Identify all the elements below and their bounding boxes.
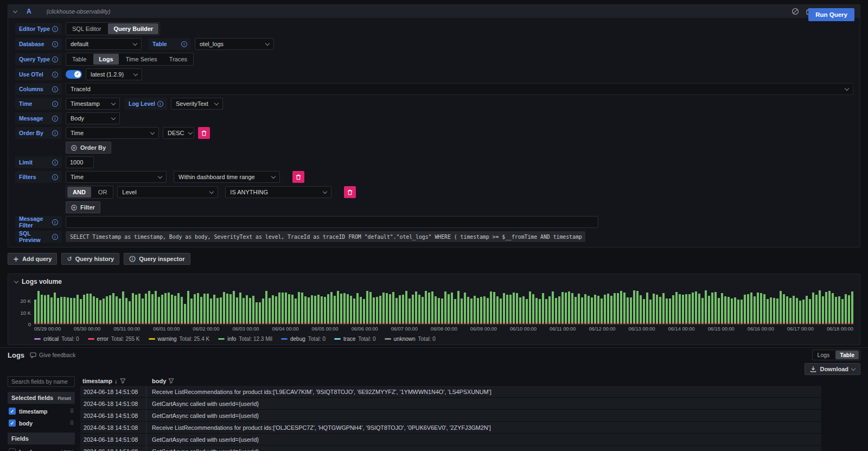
x-tick: 06/17 00:00	[787, 326, 814, 333]
checkbox-checked[interactable]: ✓	[9, 420, 16, 427]
volume-bar	[464, 293, 466, 324]
info-icon[interactable]: i	[52, 41, 58, 47]
legend-item-trace[interactable]: traceTotal: 0	[334, 336, 375, 342]
filter-and-option[interactable]: AND	[67, 187, 91, 198]
drag-handle[interactable]: ⠿	[70, 408, 74, 414]
info-icon[interactable]: i	[52, 130, 58, 136]
query-header[interactable]: A (clickhouse-observability) ⠿	[8, 5, 860, 18]
sql-preview-text: SELECT Timestamp as timestamp, Body as b…	[66, 231, 585, 242]
table-row[interactable]: 2024-06-18 14:51:08Receive ListRecommend…	[80, 422, 821, 434]
add-filter-button[interactable]: Filter	[66, 201, 100, 213]
database-select[interactable]: default	[66, 38, 142, 50]
timestamp-column-header[interactable]: timestamp ↓	[80, 378, 146, 384]
view-logs-option[interactable]: Logs	[813, 350, 835, 360]
filter2-operator-select[interactable]: IS ANYTHING	[225, 186, 331, 198]
limit-input[interactable]	[66, 156, 94, 168]
legend-item-error[interactable]: errorTotal: 255 K	[88, 336, 140, 342]
info-icon[interactable]: i	[52, 174, 58, 180]
filter2-field-select[interactable]: Level	[117, 186, 218, 198]
info-icon[interactable]: i	[52, 116, 58, 122]
legend-item-unknown[interactable]: unknownTotal: 0	[385, 336, 436, 342]
reset-fields-button[interactable]: Reset	[58, 395, 71, 401]
collapse-panel-icon[interactable]	[14, 278, 18, 283]
query-type-logs[interactable]: Logs	[93, 54, 118, 65]
x-tick: 05/30 00:00	[74, 326, 100, 333]
remove-filter2-button[interactable]	[344, 186, 356, 198]
info-icon[interactable]: i	[52, 86, 58, 92]
order-by-field-select[interactable]: Time	[66, 127, 159, 139]
message-column-select[interactable]: Body	[66, 112, 120, 124]
info-icon[interactable]: i	[52, 26, 58, 32]
sql-preview-label: SQL Preview i	[15, 231, 62, 243]
volume-bar	[727, 297, 730, 324]
view-table-option[interactable]: Table	[835, 351, 859, 359]
table-row[interactable]: 2024-06-18 14:51:08GetCartAsync called w…	[80, 398, 821, 410]
table-row[interactable]: 2024-06-18 14:51:08GetCartAsync called w…	[80, 410, 821, 422]
order-by-direction-select[interactable]: DESC	[163, 127, 194, 139]
volume-bar	[168, 293, 170, 324]
remove-order-by-button[interactable]	[198, 127, 210, 139]
info-icon[interactable]: i	[52, 101, 58, 107]
editor-type-query-builder[interactable]: Query Builder	[108, 23, 158, 34]
info-icon[interactable]: i	[52, 72, 58, 78]
download-button[interactable]: Download	[805, 363, 860, 375]
table-row[interactable]: 2024-06-18 14:51:08Receive ListRecommend…	[80, 386, 821, 398]
table-row[interactable]: 2024-06-18 14:51:08GetCartAsync called w…	[80, 446, 821, 451]
legend-label: debug	[290, 336, 305, 342]
filter-or-option[interactable]: OR	[92, 186, 113, 198]
legend-item-critical[interactable]: criticalTotal: 0	[34, 336, 79, 342]
query-type-time-series[interactable]: Time Series	[120, 53, 163, 65]
columns-multiselect[interactable]: TraceId	[66, 83, 853, 95]
table-row[interactable]: 2024-06-18 14:51:08GetCartAsync called w…	[80, 434, 821, 446]
volume-bar	[269, 298, 271, 324]
selected-fields-header: Selected fields Reset	[8, 392, 75, 404]
info-icon[interactable]: i	[52, 234, 58, 240]
log-level-select[interactable]: SeverityText	[171, 98, 223, 110]
give-feedback-link[interactable]: Give feedback	[30, 352, 75, 358]
filter-operator-select[interactable]: Within dashboard time range	[174, 171, 280, 183]
y-tick: 20 K	[20, 298, 31, 304]
use-otel-toggle[interactable]: ✓	[66, 70, 82, 79]
add-query-button[interactable]: Add query	[8, 253, 57, 265]
legend-item-info[interactable]: infoTotal: 12.3 Mil	[218, 336, 272, 342]
query-type-traces[interactable]: Traces	[163, 53, 193, 65]
filter-field-select[interactable]: Time	[66, 171, 167, 183]
remove-filter-button[interactable]	[292, 171, 304, 183]
legend-item-debug[interactable]: debugTotal: 0	[281, 336, 326, 342]
field-percentage: 100%	[61, 449, 74, 451]
time-column-select[interactable]: Timestamp	[66, 98, 120, 110]
legend-total: Total: 255 K	[111, 336, 140, 342]
info-icon[interactable]: i	[52, 56, 58, 62]
x-tick: 06/08 00:00	[431, 326, 457, 333]
legend-item-warning[interactable]: warningTotal: 25.4 K	[149, 336, 210, 342]
info-icon[interactable]: i	[157, 101, 163, 107]
body-column-header[interactable]: body	[146, 378, 174, 384]
checkbox-checked[interactable]: ✓	[9, 408, 16, 415]
search-fields-input[interactable]	[8, 376, 75, 387]
query-history-button[interactable]: ↺ Query history	[61, 253, 119, 265]
drag-handle[interactable]: ⠿	[70, 420, 74, 426]
logs-volume-title: Logs volume	[22, 278, 62, 285]
query-type-table[interactable]: Table	[66, 53, 92, 65]
logs-volume-plot[interactable]	[34, 290, 853, 325]
selected-field-body[interactable]: ✓body⠿	[8, 418, 75, 428]
filter-icon[interactable]	[120, 378, 126, 384]
available-field-level[interactable]: level100%	[8, 447, 75, 451]
info-icon[interactable]: i	[52, 219, 58, 225]
add-order-by-button[interactable]: Order By	[66, 142, 111, 154]
legend-marker	[385, 338, 391, 340]
query-inspector-button[interactable]: Query inspector	[124, 253, 190, 265]
info-icon[interactable]: i	[52, 160, 58, 166]
selected-field-timestamp[interactable]: ✓timestamp⠿	[8, 406, 75, 416]
collapse-query-icon[interactable]	[13, 8, 17, 12]
info-icon[interactable]: i	[181, 41, 187, 47]
otel-version-select[interactable]: latest (1.2.9)	[86, 68, 142, 80]
message-filter-input[interactable]	[66, 216, 598, 228]
checkbox-unchecked[interactable]	[9, 448, 16, 451]
filter-icon[interactable]	[168, 378, 174, 384]
volume-bar	[451, 293, 453, 324]
editor-type-sql-editor[interactable]: SQL Editor	[66, 23, 107, 35]
disable-query-icon[interactable]	[792, 8, 799, 15]
sort-desc-icon[interactable]: ↓	[114, 378, 118, 384]
table-select[interactable]: otel_logs	[195, 38, 274, 50]
